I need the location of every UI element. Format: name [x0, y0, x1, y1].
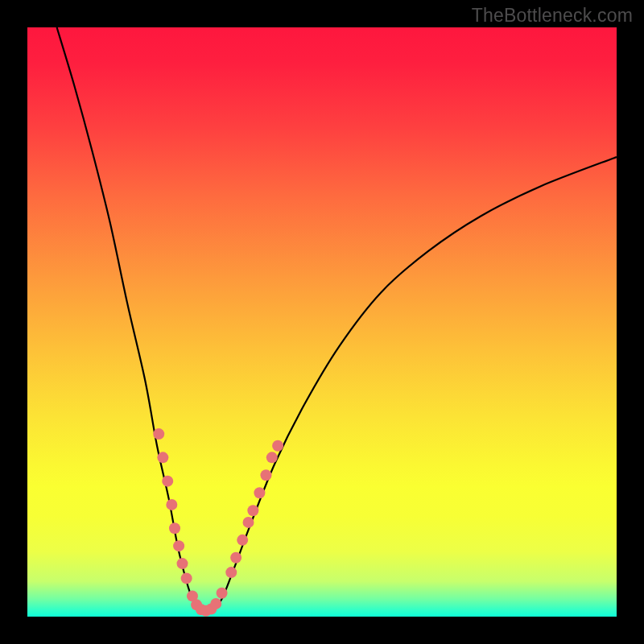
marker-dot	[169, 522, 180, 534]
marker-dot	[210, 598, 221, 609]
marker-dot	[260, 469, 271, 481]
marker-dot	[243, 517, 254, 528]
marker-dot	[247, 505, 258, 516]
marker-dot	[177, 558, 188, 569]
marker-dot	[272, 440, 283, 452]
marker-dot	[237, 535, 248, 546]
marker-dot	[162, 476, 173, 487]
marker-dot	[166, 499, 177, 510]
sample-markers	[27, 27, 617, 617]
marker-dot	[217, 588, 228, 599]
marker-dot	[230, 552, 242, 564]
marker-dot	[181, 572, 192, 584]
marker-dot	[157, 452, 168, 463]
marker-dot	[225, 567, 237, 578]
marker-dot	[173, 540, 184, 551]
plot-area	[27, 27, 617, 617]
marker-dot	[254, 487, 265, 498]
marker-dot	[266, 452, 278, 463]
chart-container: TheBottleneck.com	[0, 0, 644, 644]
watermark-label: TheBottleneck.com	[472, 5, 633, 27]
marker-dot	[153, 428, 164, 440]
